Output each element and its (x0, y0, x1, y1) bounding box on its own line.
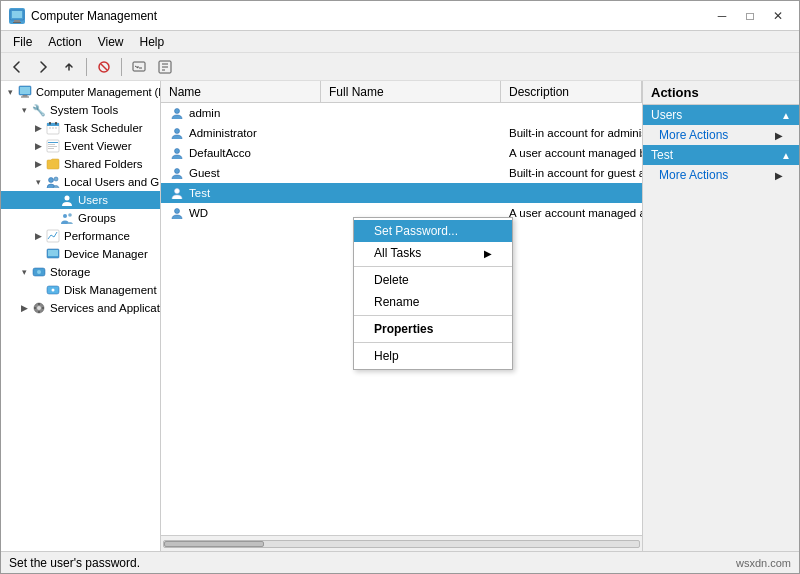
expand-shared-folders[interactable]: ▶ (31, 157, 45, 171)
menu-file[interactable]: File (5, 33, 40, 51)
list-row[interactable]: admin (161, 103, 642, 123)
cell-fullname-defaultacco (321, 152, 501, 154)
toolbar-separator-2 (121, 58, 122, 76)
list-row-test[interactable]: Test (161, 183, 642, 203)
cell-name-test: Test (161, 184, 321, 202)
stop-button[interactable] (92, 56, 116, 78)
svg-point-49 (175, 129, 180, 134)
expand-services-apps[interactable]: ▶ (17, 301, 31, 315)
chevron-up-icon-2: ▲ (781, 150, 791, 161)
ctx-properties[interactable]: Properties (354, 318, 512, 340)
task-scheduler-label: Task Scheduler (64, 122, 143, 134)
forward-button[interactable] (31, 56, 55, 78)
ctx-rename[interactable]: Rename (354, 291, 512, 313)
groups-label: Groups (78, 212, 116, 224)
menu-view[interactable]: View (90, 33, 132, 51)
menu-action[interactable]: Action (40, 33, 89, 51)
tree-item-users[interactable]: Users (1, 191, 160, 209)
actions-test-header[interactable]: Test ▲ (643, 145, 799, 165)
menu-help[interactable]: Help (132, 33, 173, 51)
actions-users-more[interactable]: More Actions ▶ (643, 125, 799, 145)
cell-desc-admin (501, 112, 642, 114)
cell-desc-guest: Built-in account for guest access t... (501, 166, 642, 180)
user-icon-defaultacco (169, 145, 185, 161)
tree-item-task-scheduler[interactable]: ▶ Task Scheduler (1, 119, 160, 137)
cell-desc-administrator: Built-in account for administering... (501, 126, 642, 140)
scrollbar-thumb[interactable] (164, 541, 264, 547)
list-row[interactable]: DefaultAcco A user account managed by th… (161, 143, 642, 163)
svg-point-39 (37, 270, 41, 274)
tree-item-computer-management[interactable]: ▾ Computer Management (Loca (1, 83, 160, 101)
performance-label: Performance (64, 230, 130, 242)
ctx-all-tasks[interactable]: All Tasks ▶ (354, 242, 512, 264)
col-header-fullname[interactable]: Full Name (321, 81, 501, 102)
expand-local-users-groups[interactable]: ▾ (31, 175, 45, 189)
console-button[interactable] (127, 56, 151, 78)
list-row[interactable]: Administrator Built-in account for admin… (161, 123, 642, 143)
svg-rect-28 (48, 146, 57, 147)
ctx-delete[interactable]: Delete (354, 269, 512, 291)
close-button[interactable]: ✕ (765, 5, 791, 27)
disk-management-icon (45, 282, 61, 298)
tree-item-system-tools[interactable]: ▾ 🔧 System Tools (1, 101, 160, 119)
ctx-separator-1 (354, 266, 512, 267)
minimize-button[interactable]: ─ (709, 5, 735, 27)
tree-item-storage[interactable]: ▾ Storage (1, 263, 160, 281)
tree-item-local-users-groups[interactable]: ▾ Local Users and Groups (1, 173, 160, 191)
chevron-up-icon: ▲ (781, 110, 791, 121)
expand-event-viewer[interactable]: ▶ (31, 139, 45, 153)
scrollbar-track[interactable] (163, 540, 640, 548)
status-right: wsxdn.com (736, 557, 791, 569)
tree-item-device-manager[interactable]: Device Manager (1, 245, 160, 263)
expand-storage[interactable]: ▾ (17, 265, 31, 279)
system-tools-label: System Tools (50, 104, 118, 116)
status-text: Set the user's password. (9, 556, 140, 570)
cell-name-guest: Guest (161, 164, 321, 182)
actions-test-more[interactable]: More Actions ▶ (643, 165, 799, 185)
cell-fullname-admin (321, 112, 501, 114)
expand-task-scheduler[interactable]: ▶ (31, 121, 45, 135)
ctx-separator-2 (354, 315, 512, 316)
back-button[interactable] (5, 56, 29, 78)
col-header-description[interactable]: Description (501, 81, 642, 102)
window-title: Computer Management (31, 9, 709, 23)
tree-item-shared-folders[interactable]: ▶ Shared Folders (1, 155, 160, 173)
tree-item-performance[interactable]: ▶ Performance (1, 227, 160, 245)
device-manager-label: Device Manager (64, 248, 148, 260)
svg-point-32 (65, 196, 70, 201)
ctx-help[interactable]: Help (354, 345, 512, 367)
svg-rect-37 (48, 250, 58, 256)
horizontal-scrollbar[interactable] (161, 535, 642, 551)
svg-point-52 (175, 189, 180, 194)
tree-item-event-viewer[interactable]: ▶ Event Viewer (1, 137, 160, 155)
svg-point-30 (49, 178, 54, 183)
cell-desc-wd: A user account managed and use... (501, 206, 642, 220)
col-header-name[interactable]: Name (161, 81, 321, 102)
tree-item-services-apps[interactable]: ▶ Services and Applications (1, 299, 160, 317)
ctx-set-password[interactable]: Set Password... (354, 220, 512, 242)
maximize-button[interactable]: □ (737, 5, 763, 27)
svg-rect-3 (13, 22, 21, 23)
users-label: Users (78, 194, 108, 206)
menubar: File Action View Help (1, 31, 799, 53)
expand-system-tools[interactable]: ▾ (17, 103, 31, 117)
expand-computer-management[interactable]: ▾ (3, 85, 17, 99)
expand-users (45, 193, 59, 207)
up-button[interactable] (57, 56, 81, 78)
actions-users-header[interactable]: Users ▲ (643, 105, 799, 125)
computer-management-label: Computer Management (Loca (36, 86, 160, 98)
list-row[interactable]: Guest Built-in account for guest access … (161, 163, 642, 183)
expand-performance[interactable]: ▶ (31, 229, 45, 243)
user-icon-admin (169, 105, 185, 121)
tree-item-groups[interactable]: Groups (1, 209, 160, 227)
device-manager-icon (45, 246, 61, 262)
storage-icon (31, 264, 47, 280)
submenu-arrow-icon: ▶ (484, 248, 492, 259)
tree-item-disk-management[interactable]: Disk Management (1, 281, 160, 299)
list-header: Name Full Name Description (161, 81, 642, 103)
disk-management-label: Disk Management (64, 284, 157, 296)
cell-name-admin: admin (161, 104, 321, 122)
local-users-groups-icon (45, 174, 61, 190)
properties-button[interactable] (153, 56, 177, 78)
cell-name-administrator: Administrator (161, 124, 321, 142)
